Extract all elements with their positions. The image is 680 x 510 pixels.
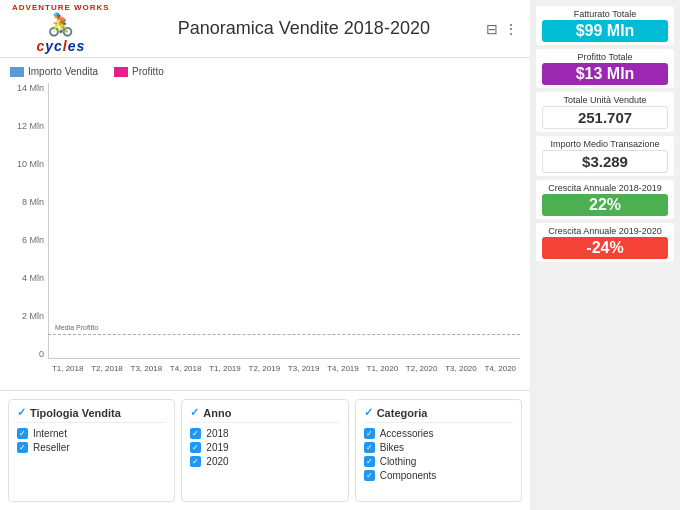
y-label-3: 6 Mln: [22, 235, 44, 245]
x-label-0: T1, 2018: [48, 359, 87, 379]
y-label-0: 0: [39, 349, 44, 359]
y-label-1: 2 Mln: [22, 311, 44, 321]
y-axis: 14 Mln 12 Mln 10 Mln 8 Mln 6 Mln 4 Mln 2…: [10, 83, 48, 359]
logo-cycles: cycles: [36, 38, 85, 54]
media-profit-label: Media Profitto: [52, 323, 101, 332]
checkbox-2019[interactable]: ✓: [190, 442, 201, 453]
kpi-unita-label: Totale Unità Vendute: [542, 95, 668, 105]
filter-accessories[interactable]: ✓ Accessories: [364, 428, 513, 439]
x-label-5: T2, 2019: [245, 359, 284, 379]
y-label-4: 8 Mln: [22, 197, 44, 207]
kpi-crescita1920-label: Crescita Annuale 2019-2020: [542, 226, 668, 236]
kpi-transazione: Importo Medio Transazione $3.289: [536, 136, 674, 176]
filter-categoria-title: ✓ Categoria: [364, 406, 513, 423]
kpi-profitto: Profitto Totale $13 Mln: [536, 49, 674, 88]
filter-card-categoria: ✓ Categoria ✓ Accessories ✓ Bikes ✓ Clot…: [355, 399, 522, 502]
kpi-unita: Totale Unità Vendute 251.707: [536, 92, 674, 132]
chart-legend: Importo Vendita Profitto: [10, 66, 520, 77]
left-panel: ADVENTURE WORKS 🚴 cycles Panoramica Vend…: [0, 0, 530, 510]
checkbox-components[interactable]: ✓: [364, 470, 375, 481]
filter-icons[interactable]: ⊟ ⋮: [486, 21, 518, 37]
dashboard: ADVENTURE WORKS 🚴 cycles Panoramica Vend…: [0, 0, 680, 510]
more-icon[interactable]: ⋮: [504, 21, 518, 37]
filter-bikes[interactable]: ✓ Bikes: [364, 442, 513, 453]
header: ADVENTURE WORKS 🚴 cycles Panoramica Vend…: [0, 0, 530, 58]
chart-title: Panoramica Vendite 2018-2020: [122, 18, 486, 39]
checkbox-2020[interactable]: ✓: [190, 456, 201, 467]
y-label-7: 14 Mln: [17, 83, 44, 93]
check-anno: ✓: [190, 406, 199, 419]
logo-area: ADVENTURE WORKS 🚴 cycles: [12, 3, 110, 54]
right-panel: Fatturato Totale $99 Mln Profitto Totale…: [530, 0, 680, 510]
filter-internet[interactable]: ✓ Internet: [17, 428, 166, 439]
kpi-unita-value: 251.707: [542, 106, 668, 129]
logo-cyclist-icon: 🚴: [47, 12, 74, 38]
x-label-11: T4, 2020: [481, 359, 520, 379]
y-label-5: 10 Mln: [17, 159, 44, 169]
legend-import: Importo Vendita: [10, 66, 98, 77]
x-label-10: T3, 2020: [441, 359, 480, 379]
filter-2018[interactable]: ✓ 2018: [190, 428, 339, 439]
filter-icon[interactable]: ⊟: [486, 21, 498, 37]
kpi-fatturato: Fatturato Totale $99 Mln: [536, 6, 674, 45]
check-tipologia: ✓: [17, 406, 26, 419]
kpi-crescita1819-label: Crescita Annuale 2018-2019: [542, 183, 668, 193]
legend-import-color: [10, 67, 24, 77]
filter-tipologia-title: ✓ Tipologia Vendita: [17, 406, 166, 423]
kpi-profitto-label: Profitto Totale: [542, 52, 668, 62]
checkbox-bikes[interactable]: ✓: [364, 442, 375, 453]
x-label-3: T4, 2018: [166, 359, 205, 379]
legend-import-label: Importo Vendita: [28, 66, 98, 77]
filter-card-anno: ✓ Anno ✓ 2018 ✓ 2019 ✓ 2020: [181, 399, 348, 502]
check-categoria: ✓: [364, 406, 373, 419]
avg-profit-line: [48, 334, 520, 335]
checkbox-clothing[interactable]: ✓: [364, 456, 375, 467]
legend-profit: Profitto: [114, 66, 164, 77]
chart-area: Importo Vendita Profitto 14 Mln 12 Mln 1…: [0, 58, 530, 390]
checkbox-reseller[interactable]: ✓: [17, 442, 28, 453]
x-axis: T1, 2018T2, 2018T3, 2018T4, 2018T1, 2019…: [48, 359, 520, 379]
kpi-profitto-value: $13 Mln: [542, 63, 668, 85]
kpi-crescita1920: Crescita Annuale 2019-2020 -24%: [536, 223, 674, 262]
x-label-9: T2, 2020: [402, 359, 441, 379]
kpi-crescita1819: Crescita Annuale 2018-2019 22%: [536, 180, 674, 219]
kpi-transazione-value: $3.289: [542, 150, 668, 173]
x-label-4: T1, 2019: [205, 359, 244, 379]
filter-2020[interactable]: ✓ 2020: [190, 456, 339, 467]
x-label-6: T3, 2019: [284, 359, 323, 379]
kpi-crescita1920-value: -24%: [542, 237, 668, 259]
filter-clothing[interactable]: ✓ Clothing: [364, 456, 513, 467]
checkbox-2018[interactable]: ✓: [190, 428, 201, 439]
chart-wrapper: 14 Mln 12 Mln 10 Mln 8 Mln 6 Mln 4 Mln 2…: [10, 83, 520, 379]
y-label-6: 12 Mln: [17, 121, 44, 131]
checkbox-internet[interactable]: ✓: [17, 428, 28, 439]
kpi-transazione-label: Importo Medio Transazione: [542, 139, 668, 149]
checkbox-accessories[interactable]: ✓: [364, 428, 375, 439]
x-label-2: T3, 2018: [127, 359, 166, 379]
filter-2019[interactable]: ✓ 2019: [190, 442, 339, 453]
legend-profit-label: Profitto: [132, 66, 164, 77]
bottom-panel: ✓ Tipologia Vendita ✓ Internet ✓ Reselle…: [0, 390, 530, 510]
filter-reseller[interactable]: ✓ Reseller: [17, 442, 166, 453]
x-label-7: T4, 2019: [323, 359, 362, 379]
x-label-1: T2, 2018: [87, 359, 126, 379]
y-label-2: 4 Mln: [22, 273, 44, 283]
kpi-crescita1819-value: 22%: [542, 194, 668, 216]
x-label-8: T1, 2020: [363, 359, 402, 379]
kpi-fatturato-value: $99 Mln: [542, 20, 668, 42]
filter-anno-title: ✓ Anno: [190, 406, 339, 423]
bars-area: [48, 83, 520, 359]
logo-text-top: ADVENTURE WORKS: [12, 3, 110, 12]
filter-card-tipologia: ✓ Tipologia Vendita ✓ Internet ✓ Reselle…: [8, 399, 175, 502]
filter-components[interactable]: ✓ Components: [364, 470, 513, 481]
kpi-fatturato-label: Fatturato Totale: [542, 9, 668, 19]
legend-profit-color: [114, 67, 128, 77]
